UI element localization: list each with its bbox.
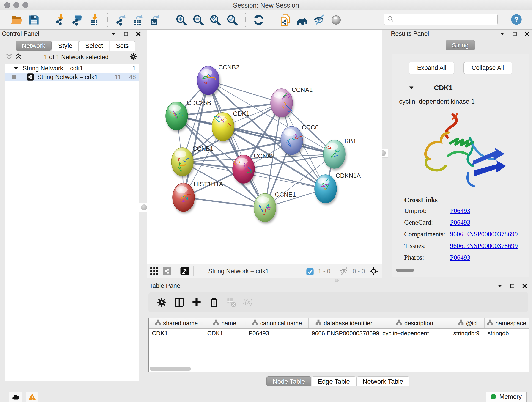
memory-button[interactable]: Memory [486, 392, 526, 402]
node-CCNA2[interactable]: CCNA2 [233, 153, 275, 183]
table-cell[interactable]: P06493 [245, 328, 309, 338]
tab-network[interactable]: Network [16, 41, 51, 51]
protein-card-header[interactable]: CDK1 [395, 81, 526, 94]
edge-HIST1H1A-CCNE1[interactable] [184, 197, 265, 208]
string-results-body: Expand All Collapse All CDK1 cyclin–depe… [392, 54, 529, 277]
table-cell[interactable]: 9606.ENSP00000378699 [308, 328, 379, 338]
zoom-in-button[interactable] [175, 13, 188, 26]
edge-CCNA2-CDKN1A[interactable] [244, 169, 326, 189]
collapse-all-icon[interactable] [5, 52, 14, 62]
right-splitter[interactable] [389, 30, 389, 278]
table-row[interactable]: CDK1CDK1P064939606.ENSP00000378699cyclin… [149, 328, 529, 338]
column-type-icon [155, 319, 161, 327]
column-header-shared-name[interactable]: shared name [149, 318, 204, 328]
tab-node-table[interactable]: Node Table [266, 376, 311, 386]
delete-row-button[interactable] [208, 296, 220, 308]
node-CCNE1[interactable]: CCNE1 [254, 191, 296, 222]
zoom-fit-button[interactable] [209, 13, 222, 26]
import-network-database-button[interactable] [71, 13, 84, 26]
clone-network-button[interactable] [279, 13, 292, 26]
column-header-database-identifier[interactable]: database identifier [308, 318, 379, 328]
toolbar-separator [272, 13, 272, 27]
column-type-icon [213, 319, 219, 327]
node-CDKN1A[interactable]: CDKN1A [315, 172, 361, 203]
edge-CCNB2-CCNE1[interactable] [208, 80, 265, 208]
panel-float-icon[interactable] [511, 31, 518, 37]
help-button[interactable]: ? [510, 13, 522, 26]
hidden-eye-icon[interactable] [339, 267, 348, 276]
expand-all-icon[interactable] [14, 52, 23, 62]
crosslink-value-link[interactable]: 9606.ENSP00000378699 [450, 230, 518, 238]
hide-selected-button[interactable] [313, 13, 326, 26]
show-preview-button[interactable] [330, 13, 342, 26]
results-hscrollbar-thumb[interactable] [396, 269, 414, 272]
first-neighbors-button[interactable] [296, 13, 309, 26]
panel-close-icon[interactable] [524, 31, 530, 37]
tab-edge-table[interactable]: Edge Table [312, 376, 356, 386]
table-cell[interactable]: cyclin–dependent ... [379, 328, 450, 338]
gear-black-button[interactable] [155, 296, 168, 308]
protein-expander-icon[interactable] [408, 84, 415, 91]
table-cell[interactable]: stringdb:9... [450, 328, 484, 338]
table-cell[interactable]: CDK1 [204, 328, 245, 338]
edge-CCNB2-HIST1H1A[interactable] [184, 80, 208, 197]
crosslink-value-link[interactable]: 9606.ENSP00000378699 [450, 242, 518, 249]
search-input[interactable] [394, 15, 497, 24]
panel-close-icon[interactable] [521, 283, 528, 289]
export-network-file-button[interactable] [114, 13, 127, 26]
zoom-selected-button[interactable] [226, 13, 239, 26]
column-header-name[interactable]: name [204, 318, 245, 328]
columns-button[interactable] [173, 296, 186, 308]
crosslink-value-link[interactable]: P06493 [450, 254, 470, 261]
fit-selection-crosshair-icon[interactable] [369, 267, 378, 276]
crosslink-value-link[interactable]: P06493 [450, 207, 470, 215]
tab-select[interactable]: Select [79, 41, 109, 51]
column-header--id[interactable]: @id [450, 318, 484, 328]
network-thumbnail-icon[interactable] [162, 267, 172, 276]
column-header-canonical-name[interactable]: canonical name [245, 318, 309, 328]
panel-close-icon[interactable] [135, 31, 142, 37]
birds-eye-view-icon[interactable] [180, 267, 189, 276]
selected-count-checkbox[interactable] [306, 267, 314, 275]
tab-style[interactable]: Style [52, 41, 79, 51]
save-session-button[interactable] [27, 13, 40, 26]
node-RB1[interactable]: RB1 [323, 138, 356, 168]
export-image-button[interactable] [148, 13, 161, 26]
tab-network-table[interactable]: Network Table [356, 376, 409, 386]
node-CDC6[interactable]: CDC6 [281, 124, 319, 155]
network-graph[interactable]: CCNB2CCNA1CDC25BCDK1CDC6RB1CCNB1CCNA2CDK… [147, 30, 382, 264]
collapse-all-button[interactable]: Collapse All [463, 62, 512, 74]
panel-menu-icon[interactable] [499, 31, 505, 37]
expand-all-button[interactable]: Expand All [409, 62, 454, 74]
table-cell[interactable]: stringdb [484, 328, 529, 338]
add-row-button[interactable] [190, 296, 203, 308]
table-cell[interactable]: CDK1 [149, 328, 204, 338]
import-network-file-button[interactable] [54, 13, 67, 26]
column-header-namespace[interactable]: namespace [484, 318, 529, 328]
edge-CCNB2-CCNA1[interactable] [208, 80, 282, 103]
panel-float-icon[interactable] [509, 283, 515, 289]
network-row[interactable]: String Network – cdk1 11 48 [5, 73, 139, 81]
open-session-button[interactable] [10, 13, 23, 26]
zoom-out-button[interactable] [192, 13, 205, 26]
crosslink-value-link[interactable]: P06493 [450, 219, 470, 226]
tab-string[interactable]: String [446, 40, 475, 50]
export-table-file-button[interactable] [131, 13, 144, 26]
refresh-layout-button[interactable] [252, 13, 265, 26]
network-options-gear-icon[interactable] [129, 52, 138, 62]
import-table-file-button[interactable] [88, 13, 101, 26]
show-grid-icon[interactable] [150, 267, 159, 276]
panel-menu-icon[interactable] [497, 283, 503, 289]
tab-sets[interactable]: Sets [110, 41, 135, 51]
search-box[interactable] [384, 13, 498, 25]
table-hscrollbar-thumb[interactable] [150, 367, 191, 370]
panel-menu-icon[interactable] [110, 31, 117, 37]
node-HIST1H1A[interactable]: HIST1H1A [172, 181, 223, 211]
network-view-canvas[interactable]: CCNB2CCNA1CDC25BCDK1CDC6RB1CCNB1CCNA2CDK… [147, 30, 382, 264]
panel-float-icon[interactable] [123, 31, 129, 37]
column-header-description[interactable]: description [379, 318, 450, 328]
network-collection-row[interactable]: String Network – cdk1 1 [5, 64, 139, 73]
collection-expander-icon[interactable] [13, 65, 19, 72]
warnings-button[interactable] [26, 392, 38, 402]
cloud-status-button[interactable] [9, 392, 22, 402]
